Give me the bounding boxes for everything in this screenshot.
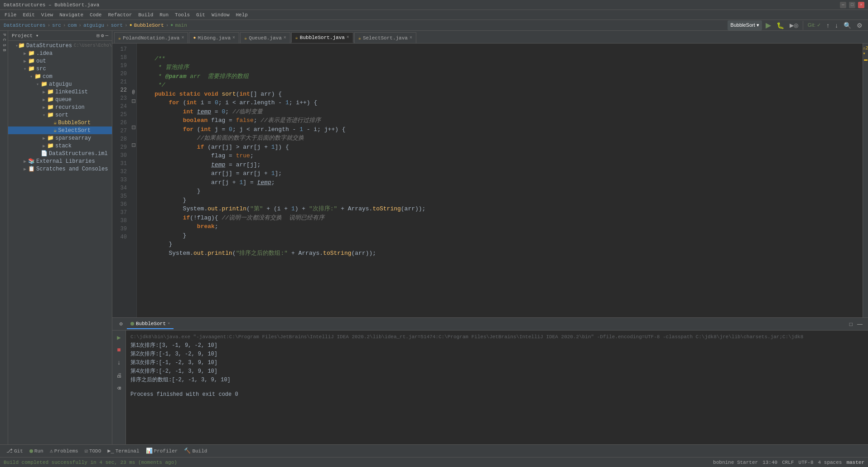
sidebar-settings-icon[interactable]: ⚙ <box>101 33 104 39</box>
breadcrumb-atguigu[interactable]: atguigu <box>83 23 104 28</box>
left-icon-bookmark[interactable]: B <box>1 48 7 52</box>
line-numbers: 17 18 19 20 21 22 23 24 25 26 27 28 29 3… <box>112 44 130 317</box>
breadcrumb-bubblesort[interactable]: BubbleSort <box>134 23 164 28</box>
tree-item-queue[interactable]: ▶ 📁 queue <box>8 96 112 103</box>
tree-item-datastructuresiml[interactable]: 📄 DataStructures.iml <box>8 150 112 157</box>
tree-label-scratches: Scratches and Consoles <box>36 166 108 172</box>
menu-view[interactable]: View <box>39 11 56 19</box>
tab-close-polandnotation[interactable]: × <box>181 35 184 40</box>
sidebar-close-icon[interactable]: — <box>105 33 108 39</box>
tool-build-label: Build <box>192 448 207 454</box>
tab-migong[interactable]: ● MiGong.java × <box>189 32 239 43</box>
run-coverage-button[interactable]: ▶◎ <box>788 20 800 31</box>
menu-edit[interactable]: Edit <box>20 11 37 19</box>
bottom-settings-button[interactable]: ⚙ <box>116 319 126 329</box>
menu-refactor[interactable]: Refactor <box>105 11 135 19</box>
left-icon-structure[interactable]: S <box>1 43 7 47</box>
settings-button[interactable]: ⚙ <box>855 20 864 31</box>
breadcrumb-datastructures[interactable]: DataStructures <box>4 23 45 28</box>
code-editor[interactable]: /** * 冒泡排序 * @param arr 需要排序的数组 */ publi… <box>137 44 863 317</box>
minimize-button[interactable]: — <box>840 2 846 8</box>
main-layout: P C S B Project ▾ ⊟ ⚙ — ▾ 📁 DataStructur… <box>0 31 868 444</box>
bottom-panel-close[interactable]: — <box>855 319 864 330</box>
tab-polandnotation[interactable]: ☕ PolandNotation.java × <box>114 32 188 43</box>
status-branch[interactable]: master <box>846 460 864 465</box>
status-time[interactable]: 13:40 <box>762 460 777 465</box>
status-line-ending[interactable]: CRLF <box>782 460 794 465</box>
tree-item-idea[interactable]: ▶ 📁 .idea <box>8 49 112 57</box>
run-restart-button[interactable]: ▶ <box>114 332 124 342</box>
tool-todo[interactable]: ☑ TODO <box>82 446 104 456</box>
run-tab-close[interactable]: × <box>168 321 170 326</box>
tree-item-com[interactable]: ▾ 📁 com <box>8 73 112 80</box>
tree-item-atguigu[interactable]: ▾ 📁 atguigu <box>8 80 112 88</box>
tree-item-linkedlist[interactable]: ▶ 📁 linkedlist <box>8 88 112 96</box>
menu-navigate[interactable]: Navigate <box>57 11 86 19</box>
build-dropdown[interactable]: BubbleSort ▾ <box>728 20 762 30</box>
tree-item-scratches[interactable]: ▶ 📋 Scratches and Consoles <box>8 165 112 173</box>
code-line-18: /** <box>140 54 863 63</box>
run-clear-button[interactable]: ⌫ <box>114 383 124 393</box>
breadcrumb-src[interactable]: src <box>52 23 61 28</box>
tab-selectsort[interactable]: ☕ SelectSort.java × <box>354 32 416 43</box>
tool-build[interactable]: 🔨 Build <box>181 446 210 456</box>
menu-window[interactable]: Window <box>209 11 232 19</box>
search-button[interactable]: 🔍 <box>842 20 853 31</box>
warning-count[interactable]: ⚠2 ▾ <box>863 45 868 56</box>
status-indent[interactable]: 4 spaces <box>818 460 842 465</box>
run-stop-button[interactable]: ■ <box>114 345 124 355</box>
run-scroll-end-button[interactable]: ↓ <box>114 358 124 368</box>
git-pull-button[interactable]: ↓ <box>833 20 840 31</box>
code-line-27: //如果前面的数字大于后面的数字就交换 <box>140 134 863 143</box>
tool-profiler[interactable]: 📊 Profiler <box>143 446 181 456</box>
bottom-tab-run[interactable]: BubbleSort × <box>127 319 174 329</box>
menu-help[interactable]: Help <box>233 11 251 19</box>
tab-close-queue8[interactable]: × <box>284 35 286 40</box>
status-build-msg: Build completed successfully in 4 sec, 2… <box>4 460 177 465</box>
menu-code[interactable]: Code <box>87 11 104 19</box>
breadcrumb-main[interactable]: main <box>175 23 187 28</box>
tree-item-out[interactable]: ▶ 📁 out <box>8 57 112 65</box>
left-icon-commit[interactable]: C <box>1 38 7 42</box>
tab-queue8[interactable]: ☕ Queue8.java × <box>240 32 290 43</box>
tree-item-sparsearray[interactable]: ▶ 📁 sparsearray <box>8 134 112 142</box>
sidebar-collapse-icon[interactable]: ⊟ <box>96 33 100 39</box>
close-button[interactable]: × <box>858 2 864 8</box>
maximize-button[interactable]: □ <box>849 2 855 8</box>
bottom-panel-maximize[interactable]: □ <box>848 319 854 330</box>
breadcrumb-sep-1: › <box>47 23 50 28</box>
menu-file[interactable]: File <box>2 11 19 19</box>
git-push-button[interactable]: ↑ <box>825 20 831 31</box>
tree-item-sort[interactable]: ▾ 📁 sort <box>8 111 112 119</box>
code-wrapper: 17 18 19 20 21 22 23 24 25 26 27 28 29 3… <box>112 44 868 317</box>
breadcrumb-com[interactable]: com <box>68 23 77 28</box>
tool-run[interactable]: Run <box>27 446 46 456</box>
tab-close-selectsort[interactable]: × <box>410 35 412 40</box>
menu-tools[interactable]: Tools <box>172 11 193 19</box>
run-print-button[interactable]: 🖨 <box>114 370 124 380</box>
tool-git[interactable]: ⎇ Git <box>4 446 26 456</box>
run-button[interactable]: ▶ <box>764 20 773 31</box>
breadcrumb-sort[interactable]: sort <box>111 23 123 28</box>
tree-item-extlibs[interactable]: ▶ 📚 External Libraries <box>8 157 112 165</box>
tool-terminal[interactable]: ▶_ Terminal <box>105 446 142 456</box>
tree-item-bubblesort[interactable]: ☕ BubbleSort <box>8 119 112 126</box>
tab-close-bubblesort[interactable]: × <box>347 35 349 40</box>
status-encoding[interactable]: UTF-8 <box>799 460 814 465</box>
menu-git[interactable]: Git <box>193 11 208 19</box>
tree-label-recursion: recursion <box>55 104 85 111</box>
tab-bubblesort[interactable]: ☕ BubbleSort.java × <box>291 32 353 43</box>
left-icon-project[interactable]: P <box>1 33 7 37</box>
tree-item-src[interactable]: ▾ 📁 src <box>8 65 112 73</box>
menu-build[interactable]: Build <box>135 11 156 19</box>
menu-run[interactable]: Run <box>157 11 171 19</box>
debug-button[interactable]: 🐛 <box>775 20 786 31</box>
tree-item-recursion[interactable]: ▶ 📁 recursion <box>8 103 112 111</box>
tree-item-selectsort[interactable]: ☕ SelectSort <box>8 126 112 134</box>
tab-close-migong[interactable]: × <box>232 35 235 40</box>
git-status-button[interactable]: Git: ✓ <box>806 20 823 31</box>
tool-problems[interactable]: ⚠ Problems <box>47 446 81 456</box>
tree-item-datastructures[interactable]: ▾ 📁 DataStructures C:\Users\Echo\IdeaP..… <box>8 42 112 49</box>
tree-item-stack[interactable]: ▶ 📁 stack <box>8 142 112 150</box>
tree-label-queue: queue <box>55 97 72 103</box>
